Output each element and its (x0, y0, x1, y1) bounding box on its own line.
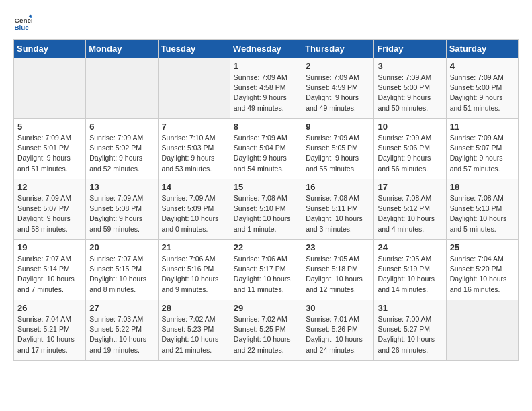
calendar-cell: 22Sunrise: 7:06 AM Sunset: 5:17 PM Dayli… (230, 240, 302, 300)
calendar-cell: 7Sunrise: 7:10 AM Sunset: 5:03 PM Daylig… (158, 119, 230, 179)
page-header: General Blue (13, 13, 519, 32)
header-friday: Friday (374, 40, 446, 58)
calendar-cell: 28Sunrise: 7:02 AM Sunset: 5:23 PM Dayli… (158, 300, 230, 361)
day-number: 2 (306, 61, 370, 71)
calendar-cell (446, 300, 518, 361)
calendar-cell: 20Sunrise: 7:07 AM Sunset: 5:15 PM Dayli… (86, 240, 158, 300)
day-number: 21 (162, 242, 226, 253)
calendar-table: SundayMondayTuesdayWednesdayThursdayFrid… (13, 39, 519, 361)
day-info: Sunrise: 7:08 AM Sunset: 5:10 PM Dayligh… (234, 193, 298, 234)
calendar-cell: 12Sunrise: 7:09 AM Sunset: 5:07 PM Dayli… (14, 179, 86, 240)
day-info: Sunrise: 7:04 AM Sunset: 5:21 PM Dayligh… (17, 314, 82, 355)
day-info: Sunrise: 7:00 AM Sunset: 5:27 PM Dayligh… (378, 314, 442, 355)
day-info: Sunrise: 7:06 AM Sunset: 5:16 PM Dayligh… (162, 254, 226, 295)
calendar-cell: 11Sunrise: 7:09 AM Sunset: 5:07 PM Dayli… (446, 119, 518, 179)
calendar-cell: 5Sunrise: 7:09 AM Sunset: 5:01 PM Daylig… (14, 119, 86, 179)
calendar-cell: 18Sunrise: 7:08 AM Sunset: 5:13 PM Dayli… (446, 179, 518, 240)
calendar-cell: 23Sunrise: 7:05 AM Sunset: 5:18 PM Dayli… (302, 240, 374, 300)
day-info: Sunrise: 7:09 AM Sunset: 5:00 PM Dayligh… (450, 73, 515, 113)
day-number: 9 (306, 122, 370, 132)
svg-text:Blue: Blue (14, 24, 29, 31)
day-info: Sunrise: 7:02 AM Sunset: 5:25 PM Dayligh… (234, 314, 298, 355)
day-info: Sunrise: 7:07 AM Sunset: 5:14 PM Dayligh… (17, 254, 82, 295)
calendar-cell: 26Sunrise: 7:04 AM Sunset: 5:21 PM Dayli… (14, 300, 86, 361)
calendar-cell: 1Sunrise: 7:09 AM Sunset: 4:58 PM Daylig… (230, 58, 302, 119)
day-info: Sunrise: 7:08 AM Sunset: 5:13 PM Dayligh… (450, 193, 515, 234)
day-number: 31 (378, 303, 442, 313)
header-tuesday: Tuesday (158, 40, 230, 58)
calendar-cell: 25Sunrise: 7:04 AM Sunset: 5:20 PM Dayli… (446, 240, 518, 300)
day-number: 20 (89, 242, 154, 253)
day-info: Sunrise: 7:03 AM Sunset: 5:22 PM Dayligh… (89, 314, 154, 355)
day-number: 29 (234, 303, 298, 313)
calendar-cell: 10Sunrise: 7:09 AM Sunset: 5:06 PM Dayli… (374, 119, 446, 179)
calendar-cell: 31Sunrise: 7:00 AM Sunset: 5:27 PM Dayli… (374, 300, 446, 361)
day-info: Sunrise: 7:04 AM Sunset: 5:20 PM Dayligh… (450, 254, 515, 295)
day-number: 19 (17, 242, 82, 253)
day-number: 23 (306, 242, 370, 253)
day-number: 22 (234, 242, 298, 253)
calendar-cell (86, 58, 158, 119)
day-number: 14 (162, 182, 226, 192)
day-info: Sunrise: 7:08 AM Sunset: 5:12 PM Dayligh… (378, 193, 442, 234)
day-number: 17 (378, 182, 442, 192)
day-number: 25 (450, 242, 515, 253)
logo-icon: General Blue (13, 13, 32, 32)
day-info: Sunrise: 7:09 AM Sunset: 5:02 PM Dayligh… (89, 133, 154, 174)
day-info: Sunrise: 7:10 AM Sunset: 5:03 PM Dayligh… (162, 133, 226, 174)
header-monday: Monday (86, 40, 158, 58)
day-number: 28 (162, 303, 226, 313)
calendar-cell: 3Sunrise: 7:09 AM Sunset: 5:00 PM Daylig… (374, 58, 446, 119)
day-number: 11 (450, 122, 515, 132)
day-info: Sunrise: 7:05 AM Sunset: 5:19 PM Dayligh… (378, 254, 442, 295)
day-number: 8 (234, 122, 298, 132)
day-number: 15 (234, 182, 298, 192)
calendar-cell: 15Sunrise: 7:08 AM Sunset: 5:10 PM Dayli… (230, 179, 302, 240)
day-number: 27 (89, 303, 154, 313)
day-number: 26 (17, 303, 82, 313)
calendar-cell: 13Sunrise: 7:09 AM Sunset: 5:08 PM Dayli… (86, 179, 158, 240)
calendar-cell: 29Sunrise: 7:02 AM Sunset: 5:25 PM Dayli… (230, 300, 302, 361)
day-info: Sunrise: 7:09 AM Sunset: 5:06 PM Dayligh… (378, 133, 442, 174)
day-number: 4 (450, 61, 515, 71)
calendar-cell: 19Sunrise: 7:07 AM Sunset: 5:14 PM Dayli… (14, 240, 86, 300)
day-number: 24 (378, 242, 442, 253)
day-number: 16 (306, 182, 370, 192)
day-info: Sunrise: 7:09 AM Sunset: 4:58 PM Dayligh… (234, 73, 298, 113)
day-info: Sunrise: 7:09 AM Sunset: 5:07 PM Dayligh… (450, 133, 515, 174)
day-info: Sunrise: 7:09 AM Sunset: 5:04 PM Dayligh… (234, 133, 298, 174)
day-info: Sunrise: 7:05 AM Sunset: 5:18 PM Dayligh… (306, 254, 370, 295)
day-number: 13 (89, 182, 154, 192)
header-wednesday: Wednesday (230, 40, 302, 58)
day-info: Sunrise: 7:09 AM Sunset: 5:09 PM Dayligh… (162, 193, 226, 234)
day-info: Sunrise: 7:09 AM Sunset: 5:05 PM Dayligh… (306, 133, 370, 174)
day-info: Sunrise: 7:02 AM Sunset: 5:23 PM Dayligh… (162, 314, 226, 355)
calendar-cell: 21Sunrise: 7:06 AM Sunset: 5:16 PM Dayli… (158, 240, 230, 300)
calendar-cell: 8Sunrise: 7:09 AM Sunset: 5:04 PM Daylig… (230, 119, 302, 179)
header-saturday: Saturday (446, 40, 518, 58)
day-info: Sunrise: 7:08 AM Sunset: 5:11 PM Dayligh… (306, 193, 370, 234)
day-number: 10 (378, 122, 442, 132)
day-info: Sunrise: 7:07 AM Sunset: 5:15 PM Dayligh… (89, 254, 154, 295)
day-info: Sunrise: 7:09 AM Sunset: 5:01 PM Dayligh… (17, 133, 82, 174)
calendar-cell (158, 58, 230, 119)
day-info: Sunrise: 7:09 AM Sunset: 5:00 PM Dayligh… (378, 73, 442, 113)
calendar-cell: 16Sunrise: 7:08 AM Sunset: 5:11 PM Dayli… (302, 179, 374, 240)
header-thursday: Thursday (302, 40, 374, 58)
day-number: 3 (378, 61, 442, 71)
day-info: Sunrise: 7:09 AM Sunset: 5:08 PM Dayligh… (89, 193, 154, 234)
day-info: Sunrise: 7:09 AM Sunset: 4:59 PM Dayligh… (306, 73, 370, 113)
day-number: 5 (17, 122, 82, 132)
day-number: 18 (450, 182, 515, 192)
calendar-cell: 9Sunrise: 7:09 AM Sunset: 5:05 PM Daylig… (302, 119, 374, 179)
calendar-cell: 6Sunrise: 7:09 AM Sunset: 5:02 PM Daylig… (86, 119, 158, 179)
day-info: Sunrise: 7:01 AM Sunset: 5:26 PM Dayligh… (306, 314, 370, 355)
calendar-cell: 14Sunrise: 7:09 AM Sunset: 5:09 PM Dayli… (158, 179, 230, 240)
calendar-cell: 17Sunrise: 7:08 AM Sunset: 5:12 PM Dayli… (374, 179, 446, 240)
day-number: 1 (234, 61, 298, 71)
day-number: 6 (89, 122, 154, 132)
calendar-cell: 2Sunrise: 7:09 AM Sunset: 4:59 PM Daylig… (302, 58, 374, 119)
calendar-cell: 30Sunrise: 7:01 AM Sunset: 5:26 PM Dayli… (302, 300, 374, 361)
calendar-cell: 24Sunrise: 7:05 AM Sunset: 5:19 PM Dayli… (374, 240, 446, 300)
logo: General Blue (13, 13, 32, 32)
